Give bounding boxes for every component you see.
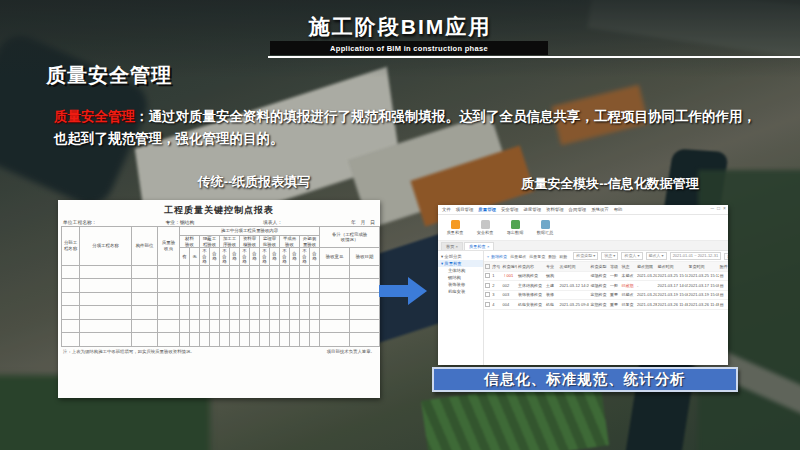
paper-empty-cell bbox=[230, 306, 240, 320]
paper-note-col: 验收日期 bbox=[350, 248, 380, 266]
table-row[interactable]: 3003装饰装修检查装修定期检查重要已整改2021-03-202021-03-1… bbox=[484, 290, 728, 300]
menu-item[interactable]: 进度管理 bbox=[523, 207, 541, 212]
arrow-shaft bbox=[379, 285, 408, 297]
paper-empty-cell bbox=[132, 333, 158, 347]
app-toolbar: 质量检查安全检查导出数据数据汇总 bbox=[438, 215, 728, 241]
tree-item[interactable]: 机电安装 bbox=[438, 288, 483, 295]
table-row[interactable]: 4004机电安装检查机电2021-03-25 09:40定期检查重要已复查202… bbox=[484, 300, 728, 310]
paper-empty-cell bbox=[320, 292, 350, 306]
search-input[interactable] bbox=[724, 253, 728, 260]
menu-item[interactable]: 帮助 bbox=[614, 207, 623, 212]
table-cell: 2021-03-19 15:08 bbox=[688, 290, 719, 300]
filter-dropdown[interactable]: 整改人 ▾ bbox=[646, 252, 667, 260]
tree-item[interactable]: 主体结构 bbox=[438, 267, 483, 274]
paper-pair: 合 格 bbox=[250, 248, 260, 266]
paper-empty-cell bbox=[240, 333, 250, 347]
tab-首页[interactable]: 首页 × bbox=[441, 242, 463, 250]
paper-empty-cell bbox=[200, 265, 210, 279]
paper-empty-cell bbox=[260, 333, 270, 347]
meta-filler: 填表人： bbox=[263, 219, 282, 225]
row-checkbox[interactable] bbox=[485, 302, 490, 307]
action-button[interactable]: 删除 bbox=[548, 254, 556, 259]
window-control-icon[interactable]: □ bbox=[717, 205, 720, 211]
filter-dropdown[interactable]: 检查人 ▾ bbox=[621, 252, 642, 260]
paper-empty-cell bbox=[250, 292, 260, 306]
window-control-icon[interactable]: ─ bbox=[711, 205, 715, 211]
tree-item[interactable]: ▾ 全部分类 bbox=[438, 253, 483, 260]
paper-empty-cell bbox=[300, 306, 310, 320]
filter-dropdown[interactable]: 状态 ▾ bbox=[601, 252, 618, 260]
paper-empty-cell bbox=[240, 279, 250, 293]
toolbar-label: 导出数据 bbox=[507, 230, 524, 235]
menu-item[interactable]: 合同管理 bbox=[569, 207, 587, 212]
meta-unit: 单位工程名称： bbox=[63, 219, 97, 225]
filter-dropdown[interactable]: 检查类型 ▾ bbox=[573, 252, 598, 260]
table-cell: 2 bbox=[491, 281, 501, 291]
paper-empty-cell bbox=[80, 265, 132, 279]
paper-subgroup: 加工工 序验收 bbox=[220, 236, 240, 248]
menu-item[interactable]: 系统设置 bbox=[591, 207, 609, 212]
right-image-caption: 质量安全模块--信息化数据管理 bbox=[452, 175, 768, 193]
table-cell: 主体结构检查 bbox=[517, 281, 545, 291]
column-header: 检查内容 bbox=[517, 262, 545, 271]
paper-empty-cell bbox=[62, 333, 80, 347]
quality-check-icon bbox=[451, 220, 460, 229]
paper-empty-cell bbox=[320, 333, 350, 347]
paper-pair: 不 合 格 bbox=[200, 248, 210, 266]
action-button[interactable]: 批量整改 bbox=[510, 254, 526, 259]
paper-empty-cell bbox=[210, 279, 220, 293]
table-cell: 2021-03-17 15:08 bbox=[688, 281, 719, 291]
action-button[interactable]: ＋ 新增检查 bbox=[486, 254, 507, 259]
safety-check-button[interactable]: 安全检查 bbox=[473, 220, 497, 235]
paper-pair: 合 格 bbox=[270, 248, 280, 266]
menu-item[interactable]: 安全管理 bbox=[501, 207, 519, 212]
date-range-picker[interactable]: 2021-01-01 ~ 2021-12-31 bbox=[670, 252, 721, 260]
paper-note-group: 备注（工程完成验 收情况） bbox=[320, 227, 380, 248]
paper-empty-cell bbox=[310, 306, 320, 320]
paper-empty-cell bbox=[250, 306, 260, 320]
action-button[interactable]: 刷新 bbox=[559, 254, 567, 259]
tree-item[interactable]: ▾ 质量检查 bbox=[438, 260, 483, 267]
paper-empty-cell bbox=[220, 265, 230, 279]
paper-empty-cell bbox=[210, 292, 220, 306]
table-cell: ！001 bbox=[502, 271, 518, 281]
tree-item[interactable]: 装饰装修 bbox=[438, 281, 483, 288]
paper-empty-cell bbox=[190, 292, 200, 306]
table-cell: 装修 bbox=[545, 290, 558, 300]
header-checkbox[interactable] bbox=[485, 264, 490, 269]
paper-pair: 合 格 bbox=[210, 248, 220, 266]
paper-empty-cell bbox=[290, 279, 300, 293]
paper-form-notes: 注：上表为钢结构施工中各班组填写，如实反映质量验收资料情况。 项目部技术负责人签… bbox=[61, 349, 377, 354]
paper-form-title: 工程质量关键控制点报表 bbox=[61, 204, 377, 217]
paper-empty-row bbox=[62, 333, 380, 347]
paper-empty-row bbox=[62, 292, 380, 306]
paper-empty-cell bbox=[280, 292, 290, 306]
table-row[interactable]: 1！001钢结构检查钢构现场检查一般未整改2021-03-202021-03-2… bbox=[484, 271, 728, 281]
transition-arrow bbox=[379, 277, 427, 305]
export-data-button[interactable]: 导出数据 bbox=[503, 220, 527, 235]
paper-pair: 不 合 格 bbox=[240, 248, 250, 266]
tree-item[interactable]: 钢结构 bbox=[438, 274, 483, 281]
paper-empty-cell bbox=[158, 265, 180, 279]
row-checkbox[interactable] bbox=[485, 283, 490, 288]
action-button[interactable]: 批量复查 bbox=[529, 254, 545, 259]
data-summary-button[interactable]: 数据汇总 bbox=[533, 220, 557, 235]
paper-empty-cell bbox=[210, 319, 220, 333]
paper-empty-cell bbox=[210, 306, 220, 320]
menu-item[interactable]: 项目管理 bbox=[456, 207, 474, 212]
quality-check-button[interactable]: 质量检查 bbox=[443, 220, 467, 235]
menu-item[interactable]: 资料管理 bbox=[546, 207, 564, 212]
paper-empty-cell bbox=[62, 292, 80, 306]
window-control-icon[interactable]: × bbox=[723, 205, 726, 211]
row-checkbox[interactable] bbox=[485, 292, 490, 297]
body-lead: 质量安全管理 bbox=[54, 109, 135, 124]
tab-质量检查[interactable]: 质量检查 × bbox=[464, 242, 494, 250]
menu-item[interactable]: 文件 bbox=[442, 207, 451, 212]
row-checkbox[interactable] bbox=[485, 273, 490, 278]
paper-empty-cell bbox=[132, 279, 158, 293]
table-cell: 定期检查 bbox=[589, 300, 609, 310]
table-row[interactable]: 2002主体结构检查土建2021-03-12 14:26现场检查一般已逾期-20… bbox=[484, 281, 728, 291]
paper-empty-cell bbox=[270, 306, 280, 320]
menu-item[interactable]: 质量管理 bbox=[478, 207, 496, 212]
app-main: ＋ 新增检查批量整改批量复查删除刷新检查类型 ▾状态 ▾检查人 ▾整改人 ▾20… bbox=[484, 251, 728, 365]
